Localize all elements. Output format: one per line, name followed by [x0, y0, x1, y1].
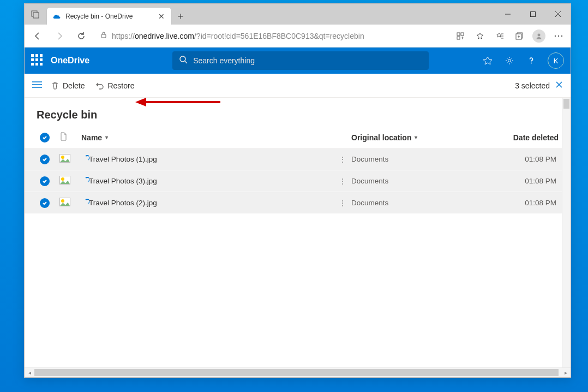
favorite-icon[interactable]: [471, 27, 489, 45]
collections-icon[interactable]: [511, 27, 528, 45]
page-title: Recycle bin: [25, 98, 571, 127]
search-input[interactable]: [193, 56, 422, 65]
horizontal-scrollbar[interactable]: ◂▸: [25, 367, 571, 377]
restore-button[interactable]: Restore: [93, 79, 136, 92]
file-name[interactable]: Travel Photos (2).jpg: [81, 199, 334, 207]
table-row[interactable]: Travel Photos (2).jpg ⋮ Documents 01:08 …: [25, 192, 571, 214]
date-deleted: 01:08 PM: [493, 155, 559, 163]
window-controls: [495, 4, 571, 25]
svg-point-14: [538, 33, 541, 36]
search-box[interactable]: [172, 51, 429, 70]
user-initial: K: [554, 57, 559, 65]
chevron-down-icon: ▾: [415, 134, 417, 140]
row-checkbox[interactable]: [40, 176, 50, 186]
date-column-header[interactable]: Date deleted: [493, 133, 559, 142]
url-field[interactable]: https://onedrive.live.com/?id=root!cid=5…: [97, 28, 446, 44]
svg-point-21: [531, 63, 532, 64]
file-thumbnail-icon: [59, 154, 81, 164]
type-column-icon[interactable]: [59, 132, 81, 142]
selection-count: 3 selected: [515, 81, 550, 90]
delete-label: Delete: [63, 81, 85, 90]
content-area: Recycle bin Name ▾ Original location ▾ D…: [25, 98, 571, 377]
row-actions-icon[interactable]: ⋮: [339, 177, 346, 186]
row-checkbox[interactable]: [40, 198, 50, 208]
url-text: https://onedrive.live.com/?id=root!cid=5…: [112, 32, 364, 40]
profile-button[interactable]: [530, 27, 548, 45]
app-title[interactable]: OneDrive: [51, 56, 89, 66]
settings-icon[interactable]: [504, 55, 515, 66]
new-tab-button[interactable]: ＋: [172, 7, 189, 25]
browser-tab[interactable]: Recycle bin - OneDrive ✕: [46, 7, 172, 25]
chevron-down-icon: ▾: [105, 134, 108, 140]
selection-status: 3 selected: [515, 81, 563, 90]
svg-rect-8: [461, 33, 464, 35]
nav-toggle-icon[interactable]: [32, 81, 42, 90]
row-checkbox[interactable]: [40, 155, 50, 164]
restore-label: Restore: [107, 81, 134, 90]
titlebar: Recycle bin - OneDrive ✕ ＋: [25, 4, 571, 25]
premium-icon[interactable]: [482, 55, 493, 66]
search-icon: [179, 55, 188, 66]
file-name[interactable]: Travel Photos (3).jpg: [81, 177, 334, 185]
vertical-scrollbar[interactable]: [562, 98, 571, 367]
row-actions-icon[interactable]: ⋮: [339, 199, 346, 207]
onedrive-favicon-icon: [52, 12, 61, 21]
date-deleted: 01:08 PM: [493, 199, 559, 207]
maximize-button[interactable]: [520, 4, 545, 25]
svg-line-19: [185, 61, 187, 63]
svg-point-15: [555, 35, 556, 36]
browser-window: Recycle bin - OneDrive ✕ ＋ https://onedr…: [24, 3, 571, 378]
help-icon[interactable]: [526, 55, 537, 66]
undo-icon: [95, 81, 104, 90]
svg-rect-1: [33, 13, 39, 18]
file-thumbnail-icon: [59, 176, 81, 186]
command-bar: Delete Restore 3 selected: [25, 74, 571, 98]
svg-rect-3: [531, 12, 536, 17]
close-window-button[interactable]: [545, 4, 571, 25]
svg-rect-9: [457, 37, 460, 39]
clear-selection-icon[interactable]: [555, 81, 563, 90]
site-info-icon[interactable]: [100, 31, 107, 40]
tab-actions-icon[interactable]: [25, 4, 46, 25]
more-menu-icon[interactable]: [550, 27, 567, 45]
table-row[interactable]: Travel Photos (3).jpg ⋮ Documents 01:08 …: [25, 170, 571, 192]
minimize-button[interactable]: [495, 4, 520, 25]
tab-title: Recycle bin - OneDrive: [65, 13, 133, 20]
svg-rect-6: [101, 34, 106, 38]
svg-point-20: [508, 60, 511, 62]
date-deleted: 01:08 PM: [493, 177, 559, 185]
column-headers: Name ▾ Original location ▾ Date deleted: [25, 127, 571, 149]
back-button[interactable]: [28, 26, 47, 46]
original-location: Documents: [351, 199, 493, 207]
delete-button[interactable]: Delete: [49, 79, 87, 92]
name-column-header[interactable]: Name ▾: [81, 133, 334, 142]
svg-rect-7: [457, 33, 460, 35]
sync-spinner-icon: [85, 155, 90, 161]
favorites-list-icon[interactable]: [491, 27, 508, 45]
extensions-icon[interactable]: [452, 27, 469, 45]
address-bar: https://onedrive.live.com/?id=root!cid=5…: [25, 25, 571, 47]
svg-point-18: [180, 56, 185, 62]
refresh-button[interactable]: [71, 26, 91, 46]
location-column-header[interactable]: Original location ▾: [351, 133, 493, 142]
select-all-checkbox[interactable]: [40, 133, 50, 142]
app-launcher-icon[interactable]: [31, 54, 44, 67]
row-actions-icon[interactable]: ⋮: [339, 155, 346, 164]
file-thumbnail-icon: [59, 198, 81, 208]
account-button[interactable]: K: [548, 52, 564, 69]
sync-spinner-icon: [85, 177, 90, 182]
original-location: Documents: [351, 177, 493, 185]
trash-icon: [51, 81, 59, 90]
forward-button[interactable]: [50, 26, 69, 46]
table-row[interactable]: Travel Photos (1).jpg ⋮ Documents 01:08 …: [25, 149, 571, 170]
svg-point-17: [561, 35, 562, 36]
onedrive-header: OneDrive K: [25, 47, 571, 74]
svg-point-16: [558, 35, 559, 36]
close-tab-icon[interactable]: ✕: [156, 11, 167, 22]
original-location: Documents: [351, 155, 493, 163]
sync-spinner-icon: [85, 199, 90, 204]
file-name[interactable]: Travel Photos (1).jpg: [81, 155, 334, 163]
